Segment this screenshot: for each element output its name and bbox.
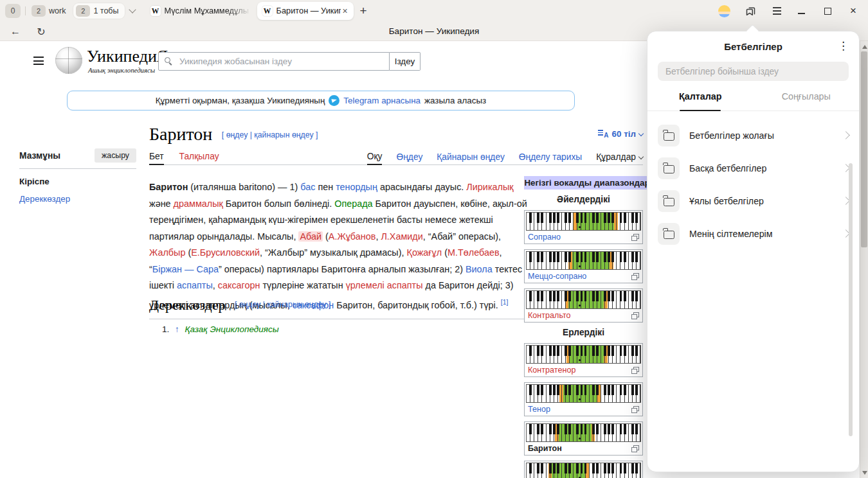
browser-tab-inactive[interactable]: W Мүслім Мұхаммедұлы Ма: [149, 2, 253, 20]
vocal-range-label[interactable]: Тенор: [528, 405, 550, 414]
lead-link[interactable]: аспапты: [177, 280, 213, 290]
lead-link[interactable]: тенордың: [336, 182, 377, 192]
popup-menu-icon[interactable]: [838, 39, 849, 53]
chevron-right-icon: [842, 131, 850, 139]
bookmark-folder-item[interactable]: Ұялы бетбелгілер: [647, 184, 859, 217]
scrollbar-thumb[interactable]: [861, 51, 867, 247]
lead-link[interactable]: Операда: [334, 199, 372, 209]
page-tab[interactable]: Қайнарын өңдеу: [437, 152, 505, 164]
back-button[interactable]: [8, 24, 23, 39]
vocal-range-keyboard: [526, 423, 641, 442]
vocal-range-label[interactable]: Контратенор: [528, 366, 575, 375]
lead-link[interactable]: Л.Хамиди: [381, 231, 422, 242]
wiki-search-button[interactable]: Іздеу: [390, 52, 420, 71]
vocal-range-label[interactable]: Сопрано: [528, 233, 561, 242]
page-tab[interactable]: Өңдеу: [396, 152, 422, 164]
vocal-range-cell: Сопрано: [524, 210, 643, 244]
wiki-search-input[interactable]: [159, 53, 389, 70]
lead-link[interactable]: Жалбыр: [149, 247, 185, 258]
expand-icon[interactable]: [631, 367, 639, 374]
restore-button[interactable]: [820, 4, 835, 18]
lead-text: (: [185, 247, 191, 258]
toc-item[interactable]: Дереккөздер: [19, 194, 136, 204]
lead-link[interactable]: Виола: [466, 264, 493, 274]
reload-button[interactable]: [33, 24, 49, 39]
bookmark-folder-item[interactable]: Бетбелгілер жолағы: [647, 119, 859, 152]
references-heading-row: Дереккөздер [ өңдеу | қайнарын өңдеу ]: [149, 297, 527, 319]
expand-icon[interactable]: [631, 406, 639, 413]
new-tab-button[interactable]: [360, 4, 367, 17]
browser-tab-active[interactable]: W Баритон — Уикипедия: [257, 2, 354, 20]
expand-icon[interactable]: [631, 445, 639, 452]
tab-group-1-toby[interactable]: 2 1 тобы: [73, 3, 124, 19]
lead-link[interactable]: М.Төлебаев: [448, 247, 500, 258]
lead-text: және: [149, 199, 174, 209]
scroll-up-icon[interactable]: [862, 45, 867, 49]
lead-link[interactable]: саксагорн: [218, 280, 260, 290]
folder-icon: [658, 190, 680, 212]
telegram-link[interactable]: Telegram арнасына: [343, 96, 420, 105]
search-icon: [165, 57, 174, 66]
page-tab[interactable]: Оқу: [367, 152, 383, 165]
lead-text: ,: [213, 280, 218, 290]
vocal-range-keyboard: [526, 290, 641, 309]
vocal-range-label: Баритон: [528, 444, 562, 453]
wikipedia-logo[interactable]: [55, 47, 82, 74]
tab-close-icon[interactable]: [341, 6, 350, 15]
language-selector-button[interactable]: 60 тіл: [598, 129, 643, 139]
reference-backlink[interactable]: ↑: [175, 324, 179, 334]
vocal-range-label[interactable]: Контральто: [528, 311, 571, 320]
tab-recent[interactable]: Соңғылары: [754, 91, 860, 111]
tab-group-count-badge: 2: [32, 5, 46, 17]
lead-link[interactable]: Абай: [298, 231, 323, 242]
tab-groups-chevron-icon[interactable]: [129, 6, 136, 13]
page-title: Баритон: [149, 124, 212, 144]
browser-menu-icon[interactable]: [770, 4, 784, 18]
lead-link[interactable]: бас: [300, 182, 315, 192]
references-edit-links[interactable]: [ өңдеу | қайнарын өңдеу ]: [235, 300, 331, 309]
reference-link[interactable]: Қазақ Энциклопедиясы: [185, 324, 279, 334]
lead-text: (: [442, 247, 448, 258]
scroll-down-icon[interactable]: [862, 471, 867, 475]
popup-scrollbar-thumb[interactable]: [849, 163, 853, 436]
bookmarks-search-input[interactable]: [658, 62, 849, 81]
lead-link[interactable]: Е.Брусиловский: [191, 247, 260, 258]
toc-hide-button[interactable]: жасыру: [95, 148, 136, 163]
table-of-contents: Мазмұны жасыру КіріспеДереккөздер: [19, 148, 136, 204]
profile-avatar[interactable]: [717, 4, 731, 18]
expand-icon[interactable]: [631, 234, 639, 241]
vocal-range-cell: Меццо-сопрано: [524, 249, 643, 283]
expand-icon[interactable]: [631, 312, 639, 319]
tab-group-zero[interactable]: 0: [5, 4, 21, 18]
bookmark-folder-item[interactable]: Басқа бетбелгілер: [647, 152, 859, 184]
tab-group-work[interactable]: 2 work: [32, 5, 66, 17]
minimize-button[interactable]: [794, 4, 808, 18]
lead-link[interactable]: Біржан — Сара: [152, 264, 219, 274]
page-scrollbar[interactable]: [860, 41, 868, 478]
lead-link[interactable]: драммалық: [174, 199, 223, 209]
page-tab[interactable]: Өңделу тарихы: [519, 152, 582, 164]
lead-link[interactable]: А.Жұбанов: [329, 231, 376, 242]
tab-folders[interactable]: Қалталар: [647, 91, 754, 111]
lead-link[interactable]: Қожағұл: [407, 247, 442, 258]
bookmarks-panel-icon[interactable]: [744, 4, 758, 18]
page-tab[interactable]: Құралдар: [596, 152, 643, 164]
tab-title: Мүслім Мұхаммедұлы Ма: [165, 6, 253, 15]
vocal-range-cell: Бас: [524, 461, 643, 478]
lead-link[interactable]: үрлемелі аспапты: [346, 280, 423, 290]
lead-text: арасындағы дауыс.: [377, 182, 466, 192]
wiki-menu-icon[interactable]: [33, 57, 44, 65]
lead-link[interactable]: Лирикалық: [466, 182, 513, 192]
page-tab[interactable]: Талқылау: [179, 152, 219, 164]
page-tab[interactable]: Бет: [149, 152, 164, 165]
wikipedia-wordmark[interactable]: УикипедиЯ: [87, 48, 168, 65]
wikipedia-tagline: Ашық энциклопедиясы: [88, 66, 155, 74]
bookmarks-popup: Бетбелгілер Қалталар Соңғылары Бетбелгіл…: [647, 31, 860, 472]
bookmark-folder-item[interactable]: Менің сілтемелерім: [647, 217, 859, 250]
toc-item[interactable]: Кіріспе: [19, 177, 136, 186]
close-window-button[interactable]: [846, 4, 860, 18]
vocal-range-label[interactable]: Меццо-сопрано: [528, 272, 586, 281]
infobox-group-title: Ерлердікі: [524, 328, 643, 337]
expand-icon[interactable]: [631, 273, 639, 280]
title-edit-links[interactable]: [ өңдеу | қайнарын өңдеу ]: [222, 130, 318, 139]
